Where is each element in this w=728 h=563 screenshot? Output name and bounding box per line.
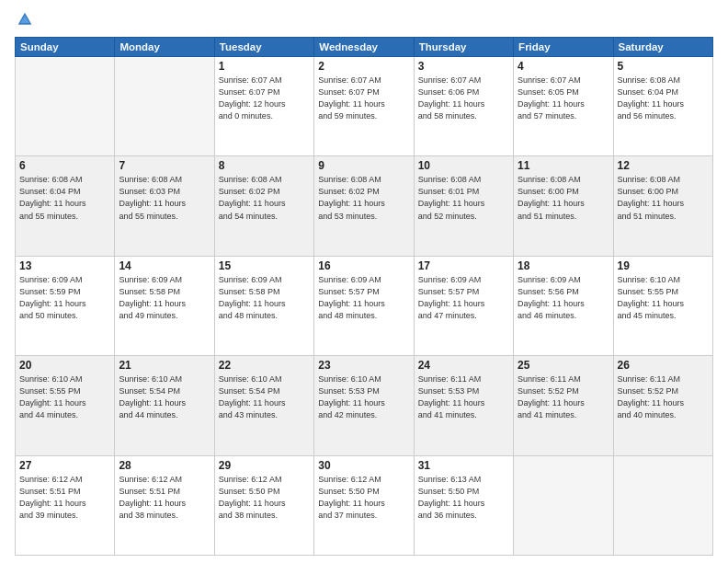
weekday-header: Wednesday	[314, 38, 414, 57]
day-info: Sunrise: 6:09 AM Sunset: 5:56 PM Dayligh…	[518, 274, 609, 322]
calendar-cell: 10Sunrise: 6:08 AM Sunset: 6:01 PM Dayli…	[414, 156, 513, 256]
calendar-cell: 15Sunrise: 6:09 AM Sunset: 5:58 PM Dayli…	[214, 256, 313, 355]
calendar-cell	[613, 455, 712, 555]
calendar-cell: 13Sunrise: 6:09 AM Sunset: 5:59 PM Dayli…	[16, 256, 115, 355]
day-number: 8	[219, 159, 310, 172]
weekday-header: Friday	[514, 38, 613, 57]
day-number: 23	[318, 359, 409, 372]
day-number: 3	[418, 60, 509, 73]
calendar-cell: 9Sunrise: 6:08 AM Sunset: 6:02 PM Daylig…	[314, 156, 414, 256]
calendar-cell: 17Sunrise: 6:09 AM Sunset: 5:57 PM Dayli…	[414, 256, 513, 355]
day-info: Sunrise: 6:08 AM Sunset: 6:00 PM Dayligh…	[518, 174, 609, 222]
weekday-header: Thursday	[414, 38, 513, 57]
day-number: 9	[318, 159, 409, 172]
calendar-cell	[115, 57, 214, 156]
day-number: 26	[618, 359, 709, 372]
day-info: Sunrise: 6:09 AM Sunset: 5:58 PM Dayligh…	[219, 274, 310, 322]
day-info: Sunrise: 6:10 AM Sunset: 5:54 PM Dayligh…	[119, 373, 210, 421]
day-info: Sunrise: 6:12 AM Sunset: 5:51 PM Dayligh…	[119, 474, 210, 522]
calendar-week-row: 13Sunrise: 6:09 AM Sunset: 5:59 PM Dayli…	[16, 256, 713, 355]
day-number: 17	[418, 259, 509, 272]
day-number: 14	[119, 259, 210, 272]
day-info: Sunrise: 6:10 AM Sunset: 5:55 PM Dayligh…	[19, 373, 110, 421]
day-number: 20	[19, 359, 110, 372]
day-number: 2	[318, 60, 409, 73]
day-info: Sunrise: 6:13 AM Sunset: 5:50 PM Dayligh…	[418, 474, 509, 522]
logo-icon	[17, 11, 33, 28]
day-number: 6	[19, 159, 110, 172]
day-info: Sunrise: 6:08 AM Sunset: 6:03 PM Dayligh…	[119, 174, 210, 222]
day-number: 16	[318, 259, 409, 272]
weekday-header: Tuesday	[214, 38, 313, 57]
day-number: 12	[618, 159, 709, 172]
header-row: SundayMondayTuesdayWednesdayThursdayFrid…	[16, 38, 713, 57]
day-number: 13	[19, 259, 110, 272]
day-number: 18	[518, 259, 609, 272]
day-number: 5	[618, 60, 709, 73]
day-number: 25	[518, 359, 609, 372]
day-info: Sunrise: 6:11 AM Sunset: 5:52 PM Dayligh…	[618, 373, 709, 421]
day-number: 27	[19, 459, 110, 472]
day-info: Sunrise: 6:11 AM Sunset: 5:53 PM Dayligh…	[418, 373, 509, 421]
day-number: 7	[119, 159, 210, 172]
calendar-cell	[514, 455, 613, 555]
day-info: Sunrise: 6:07 AM Sunset: 6:07 PM Dayligh…	[219, 75, 310, 122]
calendar-cell: 12Sunrise: 6:08 AM Sunset: 6:00 PM Dayli…	[613, 156, 712, 256]
weekday-header: Monday	[115, 38, 214, 57]
day-number: 21	[119, 359, 210, 372]
weekday-header: Sunday	[16, 38, 115, 57]
calendar-cell: 27Sunrise: 6:12 AM Sunset: 5:51 PM Dayli…	[16, 455, 115, 555]
day-info: Sunrise: 6:09 AM Sunset: 5:58 PM Dayligh…	[119, 274, 210, 322]
calendar-cell: 19Sunrise: 6:10 AM Sunset: 5:55 PM Dayli…	[613, 256, 712, 355]
calendar-cell: 26Sunrise: 6:11 AM Sunset: 5:52 PM Dayli…	[613, 356, 712, 455]
day-info: Sunrise: 6:10 AM Sunset: 5:54 PM Dayligh…	[219, 373, 310, 421]
day-number: 29	[219, 459, 310, 472]
calendar-cell: 2Sunrise: 6:07 AM Sunset: 6:07 PM Daylig…	[314, 57, 414, 156]
calendar-cell: 7Sunrise: 6:08 AM Sunset: 6:03 PM Daylig…	[115, 156, 214, 256]
day-number: 4	[518, 60, 609, 73]
calendar-cell: 3Sunrise: 6:07 AM Sunset: 6:06 PM Daylig…	[414, 57, 513, 156]
calendar-week-row: 27Sunrise: 6:12 AM Sunset: 5:51 PM Dayli…	[16, 455, 713, 555]
calendar-cell: 18Sunrise: 6:09 AM Sunset: 5:56 PM Dayli…	[514, 256, 613, 355]
day-number: 19	[618, 259, 709, 272]
day-number: 1	[219, 60, 310, 73]
calendar-cell: 25Sunrise: 6:11 AM Sunset: 5:52 PM Dayli…	[514, 356, 613, 455]
day-info: Sunrise: 6:07 AM Sunset: 6:05 PM Dayligh…	[518, 75, 609, 122]
calendar-cell: 22Sunrise: 6:10 AM Sunset: 5:54 PM Dayli…	[214, 356, 313, 455]
day-info: Sunrise: 6:07 AM Sunset: 6:06 PM Dayligh…	[418, 75, 509, 122]
calendar-cell: 30Sunrise: 6:12 AM Sunset: 5:50 PM Dayli…	[314, 455, 414, 555]
logo	[15, 11, 35, 31]
day-info: Sunrise: 6:10 AM Sunset: 5:53 PM Dayligh…	[318, 373, 409, 421]
day-info: Sunrise: 6:09 AM Sunset: 5:59 PM Dayligh…	[19, 274, 110, 322]
day-number: 24	[418, 359, 509, 372]
day-number: 10	[418, 159, 509, 172]
calendar-cell: 23Sunrise: 6:10 AM Sunset: 5:53 PM Dayli…	[314, 356, 414, 455]
day-number: 22	[219, 359, 310, 372]
calendar-cell: 1Sunrise: 6:07 AM Sunset: 6:07 PM Daylig…	[214, 57, 313, 156]
day-info: Sunrise: 6:10 AM Sunset: 5:55 PM Dayligh…	[618, 274, 709, 322]
calendar-cell: 21Sunrise: 6:10 AM Sunset: 5:54 PM Dayli…	[115, 356, 214, 455]
calendar-cell: 6Sunrise: 6:08 AM Sunset: 6:04 PM Daylig…	[16, 156, 115, 256]
header	[15, 11, 713, 31]
calendar-cell: 28Sunrise: 6:12 AM Sunset: 5:51 PM Dayli…	[115, 455, 214, 555]
day-info: Sunrise: 6:08 AM Sunset: 6:04 PM Dayligh…	[618, 75, 709, 122]
day-info: Sunrise: 6:12 AM Sunset: 5:51 PM Dayligh…	[19, 474, 110, 522]
day-info: Sunrise: 6:07 AM Sunset: 6:07 PM Dayligh…	[318, 75, 409, 122]
calendar-cell: 4Sunrise: 6:07 AM Sunset: 6:05 PM Daylig…	[514, 57, 613, 156]
day-info: Sunrise: 6:09 AM Sunset: 5:57 PM Dayligh…	[418, 274, 509, 322]
day-number: 31	[418, 459, 509, 472]
day-info: Sunrise: 6:08 AM Sunset: 6:02 PM Dayligh…	[318, 174, 409, 222]
calendar-cell: 31Sunrise: 6:13 AM Sunset: 5:50 PM Dayli…	[414, 455, 513, 555]
calendar-week-row: 20Sunrise: 6:10 AM Sunset: 5:55 PM Dayli…	[16, 356, 713, 455]
calendar-cell: 11Sunrise: 6:08 AM Sunset: 6:00 PM Dayli…	[514, 156, 613, 256]
day-info: Sunrise: 6:08 AM Sunset: 6:02 PM Dayligh…	[219, 174, 310, 222]
day-info: Sunrise: 6:09 AM Sunset: 5:57 PM Dayligh…	[318, 274, 409, 322]
calendar-cell: 14Sunrise: 6:09 AM Sunset: 5:58 PM Dayli…	[115, 256, 214, 355]
day-info: Sunrise: 6:08 AM Sunset: 6:01 PM Dayligh…	[418, 174, 509, 222]
calendar-cell: 20Sunrise: 6:10 AM Sunset: 5:55 PM Dayli…	[16, 356, 115, 455]
weekday-header: Saturday	[613, 38, 712, 57]
calendar-cell: 16Sunrise: 6:09 AM Sunset: 5:57 PM Dayli…	[314, 256, 414, 355]
day-info: Sunrise: 6:12 AM Sunset: 5:50 PM Dayligh…	[318, 474, 409, 522]
calendar-cell	[16, 57, 115, 156]
day-number: 28	[119, 459, 210, 472]
